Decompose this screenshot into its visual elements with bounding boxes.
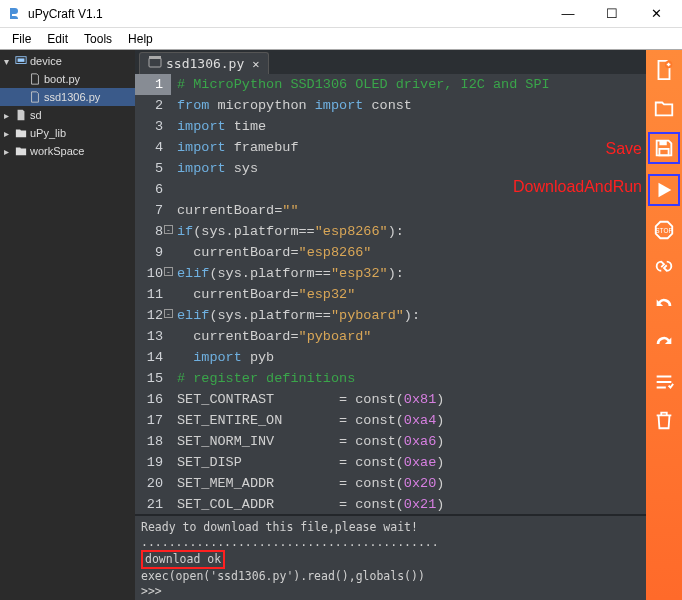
svg-text:STOP: STOP <box>655 227 672 234</box>
code-text: import time <box>171 116 266 137</box>
tabbar: ssd1306.py ✕ <box>135 50 646 74</box>
code-text: SET_MEM_ADDR = const(0x20) <box>171 473 444 494</box>
folder-icon <box>14 145 28 157</box>
line-number: 13 <box>135 326 171 347</box>
menu-edit[interactable]: Edit <box>39 30 76 48</box>
tree-item-uPy_lib[interactable]: ▸uPy_lib <box>0 124 135 142</box>
clear-button[interactable] <box>650 406 678 434</box>
code-text: from micropython import const <box>171 95 412 116</box>
code-line: 21SET_COL_ADDR = const(0x21) <box>135 494 646 514</box>
line-number: 12- <box>135 305 171 326</box>
code-text: SET_NORM_INV = const(0xa6) <box>171 431 444 452</box>
code-text <box>171 179 177 200</box>
code-line: 10-elif(sys.platform=="esp32"): <box>135 263 646 284</box>
line-number: 16 <box>135 389 171 410</box>
fold-icon[interactable]: - <box>164 309 173 318</box>
line-number: 19 <box>135 452 171 473</box>
annotation-save: Save <box>606 140 642 158</box>
file-icon <box>28 91 42 103</box>
code-line: 8-if(sys.platform=="esp8266"): <box>135 221 646 242</box>
right-toolbar: STOP <box>646 50 682 600</box>
titlebar: uPyCraft V1.1 — ☐ ✕ <box>0 0 682 28</box>
tree-label: ssd1306.py <box>42 91 100 103</box>
code-line: 9 currentBoard="esp8266" <box>135 242 646 263</box>
code-text: import sys <box>171 158 258 179</box>
code-line: 17SET_ENTIRE_ON = const(0xa4) <box>135 410 646 431</box>
fold-icon[interactable]: - <box>164 225 173 234</box>
code-text: import framebuf <box>171 137 299 158</box>
minimize-button[interactable]: — <box>546 0 590 28</box>
code-line: 1# MicroPython SSD1306 OLED driver, I2C … <box>135 74 646 95</box>
code-text: elif(sys.platform=="pyboard"): <box>171 305 420 326</box>
line-number: 10- <box>135 263 171 284</box>
new-file-button[interactable] <box>650 56 678 84</box>
window-title: uPyCraft V1.1 <box>28 7 546 21</box>
code-line: 2from micropython import const <box>135 95 646 116</box>
tab-file-icon <box>148 55 162 72</box>
code-text: elif(sys.platform=="esp32"): <box>171 263 404 284</box>
line-number: 9 <box>135 242 171 263</box>
stop-button[interactable]: STOP <box>650 216 678 244</box>
console-line: exec(open('ssd1306.py').read(),globals()… <box>141 569 640 584</box>
line-number: 5 <box>135 158 171 179</box>
tree-label: sd <box>28 109 42 121</box>
code-text: # register definitions <box>171 368 355 389</box>
download-and-run-button[interactable] <box>648 174 680 206</box>
console-download-ok: download ok <box>141 550 225 569</box>
svg-rect-3 <box>149 56 161 59</box>
code-line: 12-elif(sys.platform=="pyboard"): <box>135 305 646 326</box>
tree-item-boot-py[interactable]: boot.py <box>0 70 135 88</box>
svg-rect-5 <box>659 141 666 146</box>
code-line: 11 currentBoard="esp32" <box>135 284 646 305</box>
open-file-button[interactable] <box>650 94 678 122</box>
console[interactable]: Ready to download this file,please wait!… <box>135 514 646 600</box>
tree-item-workSpace[interactable]: ▸workSpace <box>0 142 135 160</box>
code-line: 7currentBoard="" <box>135 200 646 221</box>
svg-rect-6 <box>659 149 668 155</box>
line-number: 17 <box>135 410 171 431</box>
code-text: currentBoard="esp8266" <box>171 242 371 263</box>
code-text: import pyb <box>171 347 274 368</box>
tree-label: uPy_lib <box>28 127 66 139</box>
close-button[interactable]: ✕ <box>634 0 678 28</box>
tree-item-ssd1306-py[interactable]: ssd1306.py <box>0 88 135 106</box>
line-number: 14 <box>135 347 171 368</box>
save-button[interactable] <box>648 132 680 164</box>
annotation-downloadandrun: DownloadAndRun <box>513 178 642 196</box>
code-editor[interactable]: 1# MicroPython SSD1306 OLED driver, I2C … <box>135 74 646 514</box>
syntax-check-button[interactable] <box>650 368 678 396</box>
fold-icon[interactable]: - <box>164 267 173 276</box>
tree-item-device[interactable]: ▾device <box>0 52 135 70</box>
code-line: 20SET_MEM_ADDR = const(0x20) <box>135 473 646 494</box>
console-line: ........................................… <box>141 535 640 550</box>
tree-item-sd[interactable]: ▸sd <box>0 106 135 124</box>
menu-help[interactable]: Help <box>120 30 161 48</box>
undo-button[interactable] <box>650 292 678 320</box>
code-text: SET_ENTIRE_ON = const(0xa4) <box>171 410 444 431</box>
line-number: 18 <box>135 431 171 452</box>
editor-area: Save DownloadAndRun ssd1306.py ✕ 1# Micr… <box>135 50 646 600</box>
redo-button[interactable] <box>650 330 678 358</box>
sd-icon <box>14 109 28 121</box>
menu-tools[interactable]: Tools <box>76 30 120 48</box>
menu-file[interactable]: File <box>4 30 39 48</box>
code-line: 15# register definitions <box>135 368 646 389</box>
connect-button[interactable] <box>650 254 678 282</box>
svg-rect-1 <box>18 58 25 61</box>
code-line: 5import sys <box>135 158 646 179</box>
file-tree: ▾deviceboot.pyssd1306.py▸sd▸uPy_lib▸work… <box>0 50 135 600</box>
code-line: 18SET_NORM_INV = const(0xa6) <box>135 431 646 452</box>
tab-ssd1306[interactable]: ssd1306.py ✕ <box>139 52 269 74</box>
maximize-button[interactable]: ☐ <box>590 0 634 28</box>
code-line: 14 import pyb <box>135 347 646 368</box>
tree-label: device <box>28 55 62 67</box>
code-line: 13 currentBoard="pyboard" <box>135 326 646 347</box>
line-number: 7 <box>135 200 171 221</box>
console-prompt: >>> <box>141 584 640 599</box>
tree-label: workSpace <box>28 145 84 157</box>
caret-icon: ▸ <box>4 110 14 121</box>
line-number: 4 <box>135 137 171 158</box>
caret-icon: ▸ <box>4 146 14 157</box>
line-number: 3 <box>135 116 171 137</box>
tab-close-icon[interactable]: ✕ <box>252 57 259 71</box>
